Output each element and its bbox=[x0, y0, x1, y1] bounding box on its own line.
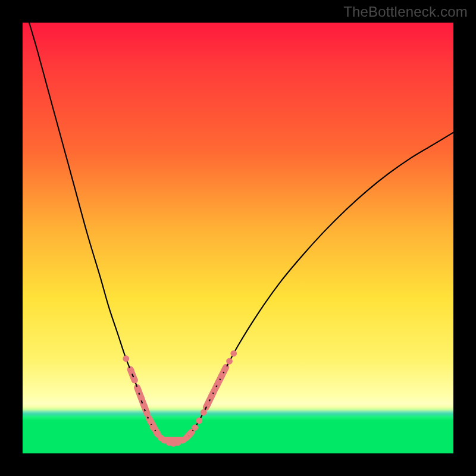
data-point-marker bbox=[147, 418, 154, 424]
data-point-marker bbox=[201, 409, 207, 416]
bottleneck-curve bbox=[23, 1, 453, 444]
data-point-marker bbox=[208, 393, 215, 400]
data-point-marker bbox=[222, 366, 228, 372]
data-point-marker bbox=[187, 430, 194, 437]
data-point-marker bbox=[150, 424, 156, 431]
data-point-marker bbox=[138, 394, 145, 400]
marker-group bbox=[123, 350, 237, 447]
data-point-marker bbox=[128, 368, 134, 374]
data-point-marker bbox=[215, 380, 221, 386]
data-point-marker bbox=[192, 424, 198, 431]
data-point-marker bbox=[230, 350, 237, 357]
data-point-marker bbox=[131, 377, 138, 384]
data-point-marker bbox=[205, 400, 211, 407]
data-point-marker bbox=[141, 403, 148, 409]
plot-area bbox=[23, 23, 453, 453]
data-point-marker bbox=[183, 435, 190, 441]
data-point-marker bbox=[144, 411, 151, 417]
data-point-marker bbox=[226, 358, 233, 365]
data-point-marker bbox=[196, 418, 202, 424]
data-point-marker bbox=[212, 386, 218, 393]
data-point-marker bbox=[135, 386, 142, 393]
chart-stage: TheBottleneck.com bbox=[0, 0, 476, 476]
watermark-text: TheBottleneck.com bbox=[343, 4, 468, 20]
data-point-marker bbox=[218, 372, 225, 379]
chart-svg bbox=[23, 23, 453, 453]
data-point-marker bbox=[123, 355, 129, 362]
